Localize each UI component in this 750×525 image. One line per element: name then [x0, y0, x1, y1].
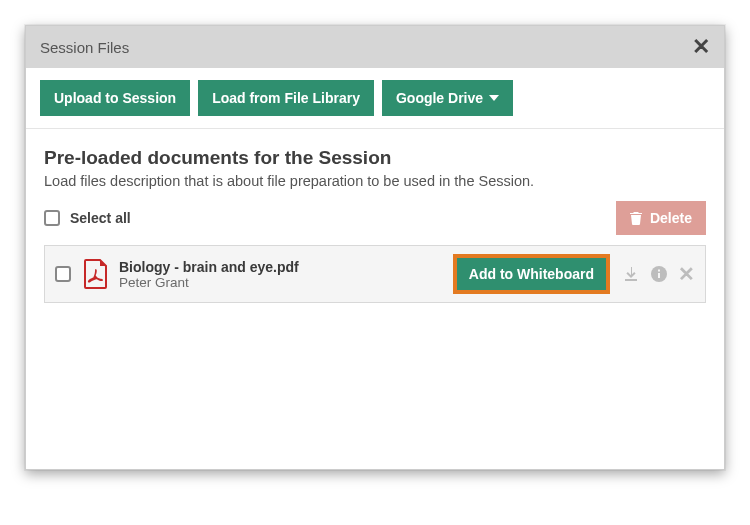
file-row: Biology - brain and eye.pdf Peter Grant …	[44, 245, 706, 303]
toolbar: Upload to Session Load from File Library…	[26, 68, 724, 129]
svg-rect-1	[658, 273, 660, 278]
file-info: Biology - brain and eye.pdf Peter Grant	[83, 259, 441, 290]
download-icon[interactable]	[622, 265, 640, 283]
close-icon: ✕	[692, 34, 710, 59]
dialog-header: Session Files ✕	[26, 26, 724, 68]
pdf-icon	[83, 259, 109, 289]
session-files-dialog: Session Files ✕ Upload to Session Load f…	[25, 25, 725, 470]
dialog-content: Pre-loaded documents for the Session Loa…	[26, 129, 724, 469]
load-from-library-button[interactable]: Load from File Library	[198, 80, 374, 116]
section-title: Pre-loaded documents for the Session	[44, 147, 706, 169]
file-author: Peter Grant	[119, 275, 299, 290]
file-checkbox[interactable]	[55, 266, 71, 282]
dialog-title: Session Files	[40, 39, 129, 56]
delete-label: Delete	[650, 210, 692, 226]
trash-icon	[630, 211, 642, 225]
info-icon[interactable]	[650, 265, 668, 283]
add-to-whiteboard-button[interactable]: Add to Whiteboard	[453, 254, 610, 294]
file-name: Biology - brain and eye.pdf	[119, 259, 299, 275]
select-row: Select all Delete	[44, 201, 706, 235]
file-row-actions: ✕	[622, 264, 695, 284]
select-all-group: Select all	[44, 210, 131, 226]
upload-label: Upload to Session	[54, 90, 176, 106]
remove-file-icon[interactable]: ✕	[678, 264, 695, 284]
add-to-whiteboard-label: Add to Whiteboard	[469, 266, 594, 282]
select-all-checkbox[interactable]	[44, 210, 60, 226]
delete-button[interactable]: Delete	[616, 201, 706, 235]
google-drive-button[interactable]: Google Drive	[382, 80, 513, 116]
svg-rect-2	[658, 270, 660, 272]
file-text: Biology - brain and eye.pdf Peter Grant	[119, 259, 299, 290]
select-all-label: Select all	[70, 210, 131, 226]
close-button[interactable]: ✕	[692, 36, 710, 58]
upload-to-session-button[interactable]: Upload to Session	[40, 80, 190, 116]
google-drive-label: Google Drive	[396, 90, 483, 106]
caret-down-icon	[489, 95, 499, 101]
load-library-label: Load from File Library	[212, 90, 360, 106]
section-description: Load files description that is about fil…	[44, 173, 706, 189]
